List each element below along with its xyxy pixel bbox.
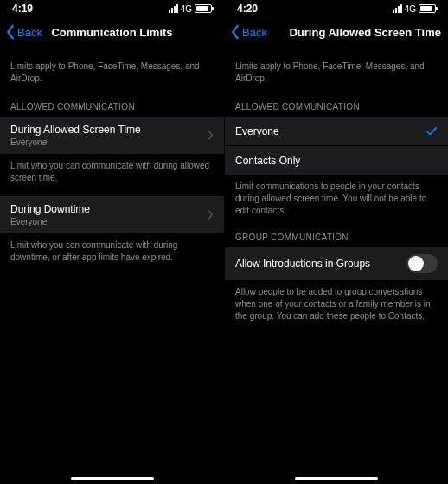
- option-label: Everyone: [235, 125, 279, 137]
- chevron-right-icon: [208, 210, 214, 220]
- page-title: During Allowed Screen Time: [289, 26, 441, 39]
- cell-subtitle: Everyone: [10, 217, 90, 226]
- option-everyone[interactable]: Everyone: [225, 117, 448, 146]
- checkmark-icon: [426, 125, 438, 137]
- cell-content: During Allowed Screen Time Everyone: [10, 124, 141, 147]
- footer-group: Allow people to be added to group conver…: [225, 281, 448, 334]
- nav-bar: Back Communication Limits: [0, 17, 224, 47]
- toggle-label: Allow Introductions in Groups: [235, 258, 370, 270]
- status-indicators: 4G: [393, 4, 436, 14]
- nav-bar: Back During Allowed Screen Time: [225, 17, 448, 47]
- section-header-group: GROUP COMMUNICATION: [225, 229, 448, 247]
- content-area: Limits apply to Phone, FaceTime, Message…: [0, 47, 224, 276]
- back-button[interactable]: Back: [5, 24, 42, 40]
- chevron-right-icon: [208, 131, 214, 140]
- cell-title: During Allowed Screen Time: [10, 124, 141, 136]
- footer-allowed: Limit who you can communicate with durin…: [0, 155, 224, 196]
- status-bar: 4:20 4G: [225, 0, 448, 17]
- cell-subtitle: Everyone: [10, 137, 141, 147]
- section-header-allowed: ALLOWED COMMUNICATION: [225, 99, 448, 117]
- back-label: Back: [17, 26, 42, 39]
- home-indicator[interactable]: [71, 477, 154, 480]
- cell-during-allowed-screen-time[interactable]: During Allowed Screen Time Everyone: [0, 117, 224, 155]
- status-time: 4:20: [237, 3, 258, 15]
- status-indicators: 4G: [169, 4, 212, 14]
- cell-content: During Downtime Everyone: [10, 203, 90, 226]
- signal-icon: [169, 4, 178, 13]
- cellular-label: 4G: [181, 4, 192, 14]
- content-area: Limits apply to Phone, FaceTime, Message…: [225, 47, 448, 334]
- toggle-knob: [408, 256, 424, 271]
- battery-icon: [195, 4, 212, 13]
- cell-during-downtime[interactable]: During Downtime Everyone: [0, 196, 224, 234]
- option-label: Contacts Only: [235, 155, 300, 167]
- option-contacts-only[interactable]: Contacts Only: [225, 146, 448, 175]
- section-header-allowed: ALLOWED COMMUNICATION: [0, 99, 224, 117]
- intro-text: Limits apply to Phone, FaceTime, Message…: [0, 60, 224, 99]
- toggle-allow-introductions[interactable]: Allow Introductions in Groups: [225, 247, 448, 281]
- battery-icon: [419, 4, 436, 13]
- status-time: 4:19: [12, 3, 33, 15]
- chevron-left-icon: [230, 24, 240, 40]
- footer-allowed: Limit communications to people in your c…: [225, 175, 448, 229]
- toggle-switch[interactable]: [406, 254, 438, 273]
- chevron-left-icon: [5, 24, 16, 40]
- back-label: Back: [242, 26, 267, 39]
- cellular-label: 4G: [405, 4, 416, 14]
- screen-during-allowed-screen-time: 4:20 4G Back During Allowed Screen Time …: [224, 0, 448, 484]
- cell-title: During Downtime: [10, 203, 90, 215]
- intro-text: Limits apply to Phone, FaceTime, Message…: [225, 60, 448, 99]
- page-title: Communication Limits: [51, 26, 172, 39]
- signal-icon: [393, 4, 402, 13]
- screen-communication-limits: 4:19 4G Back Communication Limits Limits…: [0, 0, 224, 484]
- back-button[interactable]: Back: [230, 24, 267, 40]
- status-bar: 4:19 4G: [0, 0, 224, 17]
- footer-downtime: Limit who you can communicate with durin…: [0, 234, 224, 276]
- home-indicator[interactable]: [295, 477, 378, 480]
